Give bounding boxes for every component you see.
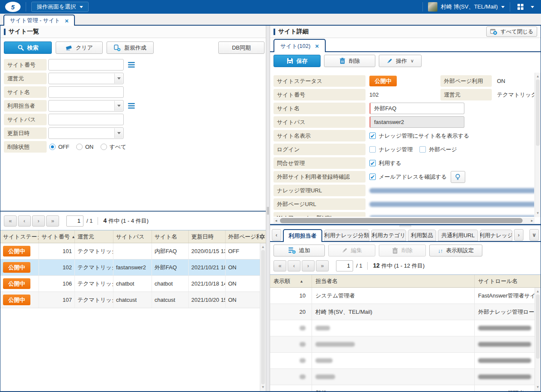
- tab-close-icon[interactable]: ×: [315, 43, 319, 49]
- col-member-name[interactable]: 担当者名: [312, 275, 475, 287]
- operation-menu-button[interactable]: 操作 ∨: [379, 55, 422, 67]
- updated-select[interactable]: [48, 127, 124, 139]
- scroll-down-icon[interactable]: ▼: [535, 385, 541, 389]
- last-page-button[interactable]: »: [46, 215, 59, 227]
- tab-close-icon[interactable]: ×: [65, 18, 68, 24]
- site-table-scrollbar[interactable]: ▲ ▼: [260, 243, 266, 391]
- prev-page-button[interactable]: ‹: [288, 260, 300, 271]
- col-site-number[interactable]: サイト番号▲: [39, 230, 75, 243]
- scroll-down-icon[interactable]: ▼: [535, 211, 541, 215]
- display-order-button[interactable]: ↓↑ 表示順設定: [429, 245, 482, 256]
- scroll-down-icon[interactable]: ▼: [260, 385, 266, 389]
- scroll-right-icon[interactable]: ►: [529, 219, 535, 223]
- scroll-thumb[interactable]: [261, 250, 265, 384]
- site-path-input[interactable]: [48, 114, 124, 125]
- col-operator[interactable]: 運営元: [75, 230, 113, 243]
- search-results-splitter[interactable]: [0, 211, 266, 212]
- last-page-button[interactable]: »: [316, 260, 329, 271]
- col-updated[interactable]: 更新日時: [189, 230, 226, 243]
- operator-select[interactable]: [48, 73, 124, 84]
- col-external-use[interactable]: 外部ページ利用: [226, 230, 259, 243]
- name-display-checkbox[interactable]: ナレッジ管理にサイト名を表示する: [369, 132, 469, 140]
- screen-select-button[interactable]: 操作画面を選択: [31, 2, 89, 12]
- detail-splitter[interactable]: [270, 224, 541, 227]
- member-table-scrollbar[interactable]: ▲ ▼: [535, 288, 541, 391]
- site-row[interactable]: 公開中 102 テクマトリックス fastanswer2 外部FAQ 2021/…: [0, 259, 260, 276]
- search-button[interactable]: 検索: [4, 41, 52, 54]
- first-page-button[interactable]: «: [4, 215, 17, 227]
- hint-button[interactable]: [451, 171, 465, 183]
- user-menu[interactable]: 村崎 博(SV、TEL/Mail): [428, 2, 505, 12]
- knowledge-url-link-blurred[interactable]: [369, 188, 534, 193]
- radio-on[interactable]: ON: [76, 144, 94, 150]
- save-button[interactable]: 保存: [273, 55, 321, 67]
- first-page-button[interactable]: «: [273, 260, 286, 271]
- col-display-order[interactable]: 表示順▲: [270, 275, 312, 287]
- dropdown-arrow-icon[interactable]: [114, 128, 123, 138]
- tab-overflow-button[interactable]: ∨: [529, 229, 539, 241]
- site-number-input[interactable]: [48, 59, 124, 71]
- radio-all[interactable]: すべて: [101, 143, 127, 151]
- dropdown-arrow-icon[interactable]: [114, 74, 123, 83]
- site-name-input[interactable]: [48, 86, 124, 98]
- next-page-button[interactable]: ›: [302, 260, 315, 271]
- clear-button[interactable]: クリア: [56, 41, 103, 54]
- db-sync-button[interactable]: DB同期: [218, 41, 265, 54]
- dropdown-arrow-icon[interactable]: [114, 101, 123, 111]
- create-new-button[interactable]: 新規作成: [107, 41, 154, 54]
- login-knowledge-checkbox[interactable]: ナレッジ管理: [369, 146, 413, 153]
- panel-splitter[interactable]: [266, 26, 270, 391]
- detail-horizontal-scrollbar[interactable]: ◄ ►: [273, 218, 535, 224]
- col-site-status[interactable]: サイトステータス: [0, 230, 39, 243]
- site-row[interactable]: 公開中 107 テクマトリックス chatcust chatcust 2021/…: [0, 292, 260, 308]
- confirm-checkbox[interactable]: メールアドレスを確認する: [369, 173, 447, 181]
- member-row-blurred[interactable]: [270, 369, 535, 385]
- tab-scroll-right-button[interactable]: ›: [514, 229, 523, 241]
- tab-category[interactable]: 利用カテゴリ: [371, 230, 406, 241]
- close-all-button[interactable]: すべて閉じる: [486, 27, 537, 37]
- member-select[interactable]: [48, 100, 124, 112]
- site-row[interactable]: 公開中 101 テクマトリックス 内部FAQ 2020/01/15 13 OFF: [0, 243, 260, 259]
- tab-knowledge-overflow[interactable]: 利用ナレッジ: [480, 230, 512, 241]
- list-select-icon[interactable]: [128, 62, 135, 68]
- member-row[interactable]: 20 村崎 博(SV、TEL/Mail) 外部ナレッジ管理ロール: [270, 304, 535, 320]
- external-url-link-blurred[interactable]: [369, 202, 534, 207]
- detail-scrollbar[interactable]: ▲ ▼: [535, 73, 541, 217]
- page-number-input[interactable]: [336, 260, 353, 271]
- next-page-button[interactable]: ›: [32, 215, 45, 227]
- scroll-left-icon[interactable]: ◄: [273, 219, 279, 223]
- col-site-name[interactable]: サイト名: [152, 230, 189, 243]
- site-row[interactable]: 公開中 106 テクマトリックス chatbot chatbot 2021/10…: [0, 276, 260, 292]
- scroll-up-icon[interactable]: ▲: [535, 74, 541, 79]
- tab-members[interactable]: 利用担当者: [283, 229, 322, 242]
- prev-page-button[interactable]: ‹: [18, 215, 31, 227]
- login-external-checkbox[interactable]: 外部ページ: [419, 146, 457, 153]
- member-row[interactable]: 90 新規 FastAnswer管理者サイトロール: [270, 385, 535, 391]
- topbar-more-chevron-icon[interactable]: [529, 6, 536, 8]
- scroll-up-icon[interactable]: ▲: [535, 289, 541, 294]
- scroll-thumb[interactable]: [536, 295, 540, 359]
- member-row-blurred[interactable]: [270, 336, 535, 353]
- member-row[interactable]: 10 システム管理者 FastAnswer管理者サイトロール: [270, 288, 535, 304]
- member-row-blurred[interactable]: [270, 320, 535, 336]
- add-button[interactable]: 追加: [273, 245, 325, 256]
- apps-grid-icon[interactable]: [515, 3, 526, 10]
- tab-site-102[interactable]: サイト(102) ×: [273, 39, 326, 52]
- scroll-up-icon[interactable]: ▲: [260, 245, 266, 249]
- scroll-thumb[interactable]: [536, 80, 540, 146]
- tab-knowledge-category[interactable]: 利用ナレッジ分類: [324, 230, 369, 241]
- app-logo-icon[interactable]: 5: [5, 2, 21, 12]
- tab-common-url[interactable]: 共通利用URL: [438, 230, 478, 241]
- radio-off[interactable]: OFF: [49, 144, 69, 150]
- webform-url-link-blurred[interactable]: [369, 215, 534, 217]
- tab-products[interactable]: 利用製品: [408, 230, 436, 241]
- site-name-input[interactable]: [369, 103, 464, 114]
- scroll-thumb[interactable]: [280, 218, 523, 223]
- col-site-role[interactable]: サイトロール名: [475, 275, 535, 287]
- member-row-blurred[interactable]: [270, 353, 535, 369]
- gear-icon[interactable]: [259, 233, 265, 240]
- tab-site-management[interactable]: サイト管理 - サイト ×: [3, 15, 75, 26]
- list-select-icon[interactable]: [128, 103, 135, 109]
- tab-scroll-left-button[interactable]: ‹: [272, 229, 281, 241]
- inquiry-checkbox[interactable]: 利用する: [369, 159, 401, 167]
